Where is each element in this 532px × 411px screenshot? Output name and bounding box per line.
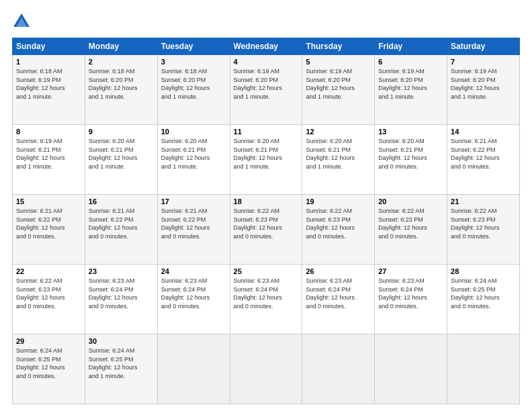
calendar-cell: 3Sunrise: 6:18 AMSunset: 6:20 PMDaylight… [157, 55, 230, 125]
day-number: 7 [451, 58, 516, 66]
day-number: 16 [89, 197, 154, 205]
day-info: Sunrise: 6:23 AMSunset: 6:24 PMDaylight:… [234, 277, 299, 310]
day-number: 29 [16, 337, 81, 345]
day-info: Sunrise: 6:23 AMSunset: 6:24 PMDaylight:… [161, 277, 226, 310]
day-info: Sunrise: 6:22 AMSunset: 6:23 PMDaylight:… [378, 207, 443, 240]
calendar-cell: 9Sunrise: 6:20 AMSunset: 6:21 PMDaylight… [85, 125, 157, 195]
calendar-cell: 19Sunrise: 6:22 AMSunset: 6:23 PMDayligh… [302, 195, 375, 265]
day-number: 5 [306, 58, 371, 66]
day-number: 21 [451, 197, 516, 205]
day-info: Sunrise: 6:24 AMSunset: 6:25 PMDaylight:… [89, 347, 154, 380]
week-row-2: 8Sunrise: 6:19 AMSunset: 6:21 PMDaylight… [13, 125, 520, 195]
calendar-cell [230, 334, 302, 404]
day-info: Sunrise: 6:20 AMSunset: 6:21 PMDaylight:… [234, 137, 299, 171]
day-number: 11 [234, 128, 299, 136]
calendar-cell: 16Sunrise: 6:21 AMSunset: 6:22 PMDayligh… [85, 195, 157, 265]
day-info: Sunrise: 6:21 AMSunset: 6:22 PMDaylight:… [451, 137, 516, 171]
day-info: Sunrise: 6:19 AMSunset: 6:20 PMDaylight:… [378, 67, 443, 101]
day-number: 26 [306, 267, 371, 275]
day-info: Sunrise: 6:20 AMSunset: 6:21 PMDaylight:… [306, 137, 371, 171]
week-row-5: 29Sunrise: 6:24 AMSunset: 6:25 PMDayligh… [13, 334, 520, 404]
calendar-cell: 14Sunrise: 6:21 AMSunset: 6:22 PMDayligh… [447, 125, 520, 195]
calendar-cell: 13Sunrise: 6:20 AMSunset: 6:21 PMDayligh… [375, 125, 447, 195]
calendar-cell: 30Sunrise: 6:24 AMSunset: 6:25 PMDayligh… [85, 334, 157, 404]
logo [12, 12, 34, 31]
week-row-3: 15Sunrise: 6:21 AMSunset: 6:22 PMDayligh… [13, 195, 520, 265]
calendar-cell: 4Sunrise: 6:19 AMSunset: 6:20 PMDaylight… [230, 55, 302, 125]
day-info: Sunrise: 6:21 AMSunset: 6:22 PMDaylight:… [16, 207, 81, 240]
day-info: Sunrise: 6:22 AMSunset: 6:23 PMDaylight:… [306, 207, 371, 240]
calendar-cell: 5Sunrise: 6:19 AMSunset: 6:20 PMDaylight… [302, 55, 375, 125]
day-info: Sunrise: 6:18 AMSunset: 6:19 PMDaylight:… [16, 67, 81, 101]
day-number: 23 [89, 267, 154, 275]
day-info: Sunrise: 6:22 AMSunset: 6:23 PMDaylight:… [16, 277, 81, 310]
day-number: 14 [451, 128, 516, 136]
calendar-cell: 2Sunrise: 6:18 AMSunset: 6:20 PMDaylight… [85, 55, 157, 125]
day-number: 2 [89, 58, 154, 66]
calendar-cell: 24Sunrise: 6:23 AMSunset: 6:24 PMDayligh… [157, 265, 230, 334]
day-info: Sunrise: 6:20 AMSunset: 6:21 PMDaylight:… [89, 137, 154, 171]
day-info: Sunrise: 6:18 AMSunset: 6:20 PMDaylight:… [89, 67, 154, 101]
dow-saturday: Saturday [447, 38, 520, 55]
day-number: 22 [16, 267, 81, 275]
day-info: Sunrise: 6:24 AMSunset: 6:25 PMDaylight:… [16, 347, 81, 380]
day-number: 15 [16, 197, 81, 205]
day-info: Sunrise: 6:19 AMSunset: 6:20 PMDaylight:… [234, 67, 299, 101]
day-info: Sunrise: 6:20 AMSunset: 6:21 PMDaylight:… [161, 137, 226, 171]
day-info: Sunrise: 6:20 AMSunset: 6:21 PMDaylight:… [378, 137, 443, 171]
day-info: Sunrise: 6:19 AMSunset: 6:20 PMDaylight:… [451, 67, 516, 101]
day-info: Sunrise: 6:21 AMSunset: 6:22 PMDaylight:… [161, 207, 226, 240]
day-number: 20 [378, 197, 443, 205]
day-number: 17 [161, 197, 226, 205]
logo-icon [12, 12, 31, 31]
calendar-cell: 17Sunrise: 6:21 AMSunset: 6:22 PMDayligh… [157, 195, 230, 265]
calendar-cell: 8Sunrise: 6:19 AMSunset: 6:21 PMDaylight… [13, 125, 85, 195]
calendar-cell: 25Sunrise: 6:23 AMSunset: 6:24 PMDayligh… [230, 265, 302, 334]
day-number: 1 [16, 58, 81, 66]
day-number: 30 [89, 337, 154, 345]
day-number: 24 [161, 267, 226, 275]
day-info: Sunrise: 6:22 AMSunset: 6:23 PMDaylight:… [234, 207, 299, 240]
day-number: 9 [89, 128, 154, 136]
calendar-cell [302, 334, 375, 404]
dow-wednesday: Wednesday [230, 38, 302, 55]
calendar-cell: 21Sunrise: 6:22 AMSunset: 6:23 PMDayligh… [447, 195, 520, 265]
day-number: 8 [16, 128, 81, 136]
day-info: Sunrise: 6:22 AMSunset: 6:23 PMDaylight:… [451, 207, 516, 240]
calendar-cell [375, 334, 447, 404]
calendar-cell: 7Sunrise: 6:19 AMSunset: 6:20 PMDaylight… [447, 55, 520, 125]
day-number: 3 [161, 58, 226, 66]
day-info: Sunrise: 6:19 AMSunset: 6:20 PMDaylight:… [306, 67, 371, 101]
day-info: Sunrise: 6:23 AMSunset: 6:24 PMDaylight:… [89, 277, 154, 310]
calendar-cell [157, 334, 230, 404]
dow-friday: Friday [375, 38, 447, 55]
day-info: Sunrise: 6:23 AMSunset: 6:24 PMDaylight:… [306, 277, 371, 310]
calendar-cell: 28Sunrise: 6:24 AMSunset: 6:25 PMDayligh… [447, 265, 520, 334]
day-info: Sunrise: 6:21 AMSunset: 6:22 PMDaylight:… [89, 207, 154, 240]
dow-monday: Monday [85, 38, 157, 55]
calendar-cell: 1Sunrise: 6:18 AMSunset: 6:19 PMDaylight… [13, 55, 85, 125]
day-info: Sunrise: 6:19 AMSunset: 6:21 PMDaylight:… [16, 137, 81, 171]
week-row-1: 1Sunrise: 6:18 AMSunset: 6:19 PMDaylight… [13, 55, 520, 125]
day-info: Sunrise: 6:23 AMSunset: 6:24 PMDaylight:… [378, 277, 443, 310]
calendar-cell: 29Sunrise: 6:24 AMSunset: 6:25 PMDayligh… [13, 334, 85, 404]
calendar-cell: 27Sunrise: 6:23 AMSunset: 6:24 PMDayligh… [375, 265, 447, 334]
dow-tuesday: Tuesday [157, 38, 230, 55]
header [12, 12, 520, 31]
day-number: 13 [378, 128, 443, 136]
calendar-cell: 26Sunrise: 6:23 AMSunset: 6:24 PMDayligh… [302, 265, 375, 334]
day-number: 10 [161, 128, 226, 136]
calendar-cell [447, 334, 520, 404]
calendar-cell: 22Sunrise: 6:22 AMSunset: 6:23 PMDayligh… [13, 265, 85, 334]
calendar-cell: 6Sunrise: 6:19 AMSunset: 6:20 PMDaylight… [375, 55, 447, 125]
day-number: 12 [306, 128, 371, 136]
calendar-cell: 11Sunrise: 6:20 AMSunset: 6:21 PMDayligh… [230, 125, 302, 195]
calendar-cell: 18Sunrise: 6:22 AMSunset: 6:23 PMDayligh… [230, 195, 302, 265]
calendar-cell: 20Sunrise: 6:22 AMSunset: 6:23 PMDayligh… [375, 195, 447, 265]
calendar-table: SundayMondayTuesdayWednesdayThursdayFrid… [12, 38, 520, 404]
week-row-4: 22Sunrise: 6:22 AMSunset: 6:23 PMDayligh… [13, 265, 520, 334]
calendar-cell: 15Sunrise: 6:21 AMSunset: 6:22 PMDayligh… [13, 195, 85, 265]
calendar-body: 1Sunrise: 6:18 AMSunset: 6:19 PMDaylight… [13, 55, 520, 404]
day-number: 28 [451, 267, 516, 275]
dow-thursday: Thursday [302, 38, 375, 55]
